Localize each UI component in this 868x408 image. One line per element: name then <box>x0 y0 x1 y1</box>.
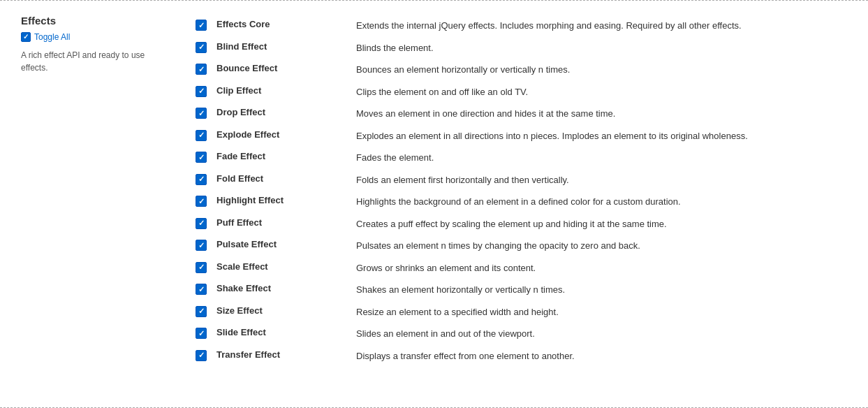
sidebar: Effects Toggle All A rich effect API and… <box>21 15 175 393</box>
effect-checkbox-15[interactable] <box>196 350 207 361</box>
toggle-all-checkbox[interactable] <box>21 32 31 42</box>
effect-row: Bounce EffectBounces an element horizont… <box>196 59 826 81</box>
toggle-all-row: Toggle All <box>21 32 161 42</box>
checkbox-col <box>196 261 216 273</box>
effect-description: Creates a puff effect by scaling the ele… <box>356 217 826 231</box>
effect-name: Shake Effect <box>216 283 356 293</box>
checkbox-col <box>196 349 216 361</box>
effect-checkbox-9[interactable] <box>196 218 207 229</box>
checkbox-col <box>196 107 216 119</box>
checkbox-col <box>196 195 216 207</box>
effect-checkbox-14[interactable] <box>196 328 207 339</box>
toggle-all-label[interactable]: Toggle All <box>34 32 70 42</box>
effect-description: Moves an element in one direction and hi… <box>356 107 826 121</box>
effect-row: Size EffectResize an element to a specif… <box>196 301 826 323</box>
effect-row: Drop EffectMoves an element in one direc… <box>196 103 826 125</box>
effect-description: Bounces an element horizontally or verti… <box>356 63 826 77</box>
checkbox-col <box>196 305 216 317</box>
checkbox-col <box>196 19 216 31</box>
effect-checkbox-1[interactable] <box>196 42 207 53</box>
checkbox-col <box>196 217 216 229</box>
effect-checkbox-5[interactable] <box>196 130 207 141</box>
effect-checkbox-4[interactable] <box>196 108 207 119</box>
effect-description: Grows or shrinks an element and its cont… <box>356 261 826 275</box>
effect-row: Clip EffectClips the element on and off … <box>196 81 826 103</box>
effect-checkbox-8[interactable] <box>196 196 207 207</box>
effect-checkbox-3[interactable] <box>196 86 207 97</box>
checkbox-col <box>196 151 216 163</box>
effect-checkbox-6[interactable] <box>196 152 207 163</box>
effect-row: Slide EffectSlides an element in and out… <box>196 323 826 345</box>
effect-row: Fold EffectFolds an element first horizo… <box>196 169 826 191</box>
effect-row: Highlight EffectHighlights the backgroun… <box>196 191 826 213</box>
checkbox-col <box>196 41 216 53</box>
checkbox-col <box>196 63 216 75</box>
effect-name: Clip Effect <box>216 85 356 96</box>
effect-name: Fade Effect <box>216 151 356 161</box>
effect-row: Fade EffectFades the element. <box>196 147 826 169</box>
effects-list: Effects CoreExtends the internal jQuery … <box>175 15 847 393</box>
effect-description: Slides an element in and out of the view… <box>356 327 826 341</box>
effect-description: Pulsates an element n times by changing … <box>356 239 826 253</box>
checkbox-col <box>196 327 216 339</box>
effect-description: Explodes an element in all directions in… <box>356 129 826 143</box>
effect-name: Pulsate Effect <box>216 239 356 249</box>
effect-row: Pulsate EffectPulsates an element n time… <box>196 235 826 257</box>
effect-description: Resize an element to a specified width a… <box>356 305 826 319</box>
checkbox-col <box>196 85 216 97</box>
effect-checkbox-2[interactable] <box>196 64 207 75</box>
effect-name: Blind Effect <box>216 41 356 52</box>
checkbox-col <box>196 239 216 251</box>
effect-name: Transfer Effect <box>216 349 356 360</box>
sidebar-description: A rich effect API and ready to use effec… <box>21 49 161 74</box>
effect-row: Blind EffectBlinds the element. <box>196 37 826 59</box>
effect-name: Highlight Effect <box>216 195 356 205</box>
effect-name: Scale Effect <box>216 261 356 272</box>
effect-description: Highlights the background of an element … <box>356 195 826 209</box>
effect-description: Fades the element. <box>356 151 826 165</box>
effect-name: Slide Effect <box>216 327 356 337</box>
effect-name: Drop Effect <box>216 107 356 117</box>
checkbox-col <box>196 283 216 295</box>
effect-description: Blinds the element. <box>356 41 826 55</box>
effect-row: Shake EffectShakes an element horizontal… <box>196 279 826 301</box>
effect-description: Extends the internal jQuery effects. Inc… <box>356 19 826 33</box>
effect-checkbox-0[interactable] <box>196 20 207 31</box>
effect-row: Transfer EffectDisplays a transfer effec… <box>196 345 826 367</box>
effect-description: Displays a transfer effect from one elem… <box>356 349 826 363</box>
checkbox-col <box>196 173 216 185</box>
main-container: Effects Toggle All A rich effect API and… <box>0 0 868 408</box>
effect-row: Explode EffectExplodes an element in all… <box>196 125 826 147</box>
effect-description: Clips the element on and off like an old… <box>356 85 826 99</box>
effect-checkbox-7[interactable] <box>196 174 207 185</box>
effect-name: Bounce Effect <box>216 63 356 73</box>
effect-row: Puff EffectCreates a puff effect by scal… <box>196 213 826 235</box>
effect-name: Effects Core <box>216 19 356 29</box>
checkbox-col <box>196 129 216 141</box>
effect-row: Effects CoreExtends the internal jQuery … <box>196 15 826 37</box>
effect-checkbox-11[interactable] <box>196 262 207 273</box>
effect-name: Size Effect <box>216 305 356 316</box>
effect-name: Explode Effect <box>216 129 356 140</box>
effect-row: Scale EffectGrows or shrinks an element … <box>196 257 826 279</box>
effect-checkbox-13[interactable] <box>196 306 207 317</box>
effect-checkbox-10[interactable] <box>196 240 207 251</box>
effect-name: Puff Effect <box>216 217 356 228</box>
effect-description: Shakes an element horizontally or vertic… <box>356 283 826 297</box>
effect-name: Fold Effect <box>216 173 356 184</box>
effect-description: Folds an element first horizontally and … <box>356 173 826 187</box>
effect-checkbox-12[interactable] <box>196 284 207 295</box>
sidebar-title: Effects <box>21 15 161 27</box>
